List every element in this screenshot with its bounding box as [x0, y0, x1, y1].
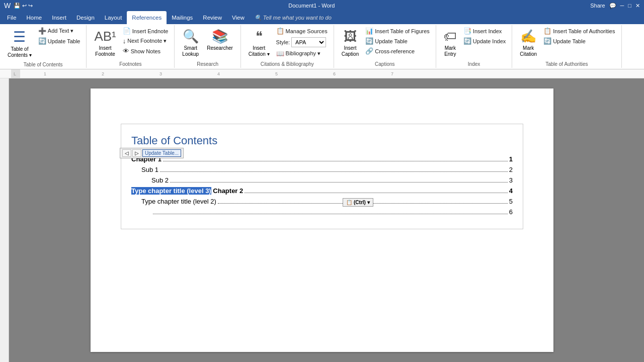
tab-references[interactable]: References	[127, 11, 167, 24]
next-footnote-button[interactable]: ↓ Next Footnote ▾	[121, 36, 171, 46]
mark-entry-button[interactable]: 🏷 MarkEntry	[440, 26, 460, 60]
update-index-button[interactable]: 🔄 Update Index	[461, 36, 508, 46]
quick-access: 💾 ↩ ↪	[14, 3, 33, 9]
toc-entry-sub1: Sub 1 2	[131, 166, 513, 173]
insert-index-label: Insert Index	[473, 28, 502, 34]
mark-citation-icon: ✍	[520, 29, 536, 44]
toc-label: Table ofContents ▾	[8, 46, 32, 58]
captions-group-label: Captions	[375, 61, 394, 67]
cross-reference-button[interactable]: 🔗 Cross-reference	[363, 46, 432, 56]
close-btn[interactable]: ✕	[635, 3, 640, 9]
footnote-label: InsertFootnote	[95, 45, 115, 57]
manage-sources-icon: 📋	[276, 27, 284, 35]
toc-group-content: ☰ Table ofContents ▾ ➕ Add Text ▾ 🔄 Upda…	[4, 26, 82, 61]
tab-tell-me[interactable]: 🔍 Tell me what you want to do	[250, 11, 337, 24]
mark-citation-button[interactable]: ✍ MarkCitation	[516, 26, 540, 60]
update-table-icon: 🔄	[38, 37, 46, 45]
title-bar-right: Share 💬 ─ □ ✕	[590, 3, 640, 9]
toc-title: Table of Contents	[131, 134, 513, 147]
toc-entry-sub2: Sub 2 3	[131, 176, 513, 184]
bibliography-button[interactable]: 📖 Bibliography ▾	[274, 49, 330, 58]
insert-auth-label: Insert Table of Authorities	[553, 28, 615, 34]
paste-label: (Ctrl)	[354, 200, 366, 205]
comment-icon[interactable]: 💬	[609, 3, 616, 9]
researcher-button[interactable]: 📚 Researcher	[203, 26, 236, 54]
tab-mailings[interactable]: Mailings	[167, 11, 198, 24]
ruler-inner: L 1 2 3 4 5 6 7	[11, 69, 642, 78]
update-cap-label: Update Table	[375, 38, 408, 44]
insert-table-figures-button[interactable]: 📊 Insert Table of Figures	[363, 26, 432, 36]
float-update-table-button[interactable]: Update Table...	[142, 149, 181, 157]
table-of-contents-button[interactable]: ☰ Table ofContents ▾	[4, 26, 35, 61]
toc-dots-4	[245, 193, 507, 193]
toc-page-5: 5	[509, 198, 513, 205]
caption-icon: 🖼	[344, 29, 357, 44]
tab-review[interactable]: Review	[198, 11, 227, 24]
insert-index-icon: 📑	[463, 27, 471, 35]
toc-entry-level3-empty: 6	[131, 208, 513, 216]
insert-caption-button[interactable]: 🖼 InsertCaption	[338, 26, 362, 60]
ribbon-tabs: File Home Insert Design Layout Reference…	[0, 11, 644, 24]
insert-citation-button[interactable]: ❝ InsertCitation ▾	[245, 26, 273, 60]
word-icon: W	[4, 2, 11, 10]
update-auth-label: Update Table	[553, 38, 586, 44]
float-prev-button[interactable]: ◁	[122, 149, 131, 157]
tab-insert[interactable]: Insert	[47, 11, 71, 24]
tab-layout[interactable]: Layout	[100, 11, 127, 24]
table-fig-icon: 📊	[365, 27, 373, 35]
researcher-label: Researcher	[207, 45, 233, 51]
update-table-cap-button[interactable]: 🔄 Update Table	[363, 36, 432, 46]
update-table-button[interactable]: 🔄 Update Table	[36, 36, 83, 46]
citation-icon: ❝	[256, 29, 263, 44]
captions-small-btns: 📊 Insert Table of Figures 🔄 Update Table…	[363, 26, 432, 56]
footnote-small-btns: 📄 Insert Endnote ↓ Next Footnote ▾ 👁 Sho…	[121, 26, 171, 56]
ribbon-group-index: 🏷 MarkEntry 📑 Insert Index 🔄 Update Inde…	[436, 25, 512, 68]
style-label: Style:	[276, 39, 290, 45]
tab-design[interactable]: Design	[71, 11, 100, 24]
toc-small-btns: ➕ Add Text ▾ 🔄 Update Table	[36, 26, 83, 46]
tab-file[interactable]: File	[2, 11, 22, 24]
ruler-mark: L	[14, 71, 16, 76]
add-text-icon: ➕	[38, 27, 46, 35]
maximize-btn[interactable]: □	[628, 3, 631, 9]
manage-sources-label: Manage Sources	[286, 28, 328, 34]
style-selector[interactable]: Style: APA MLA Chicago	[274, 36, 330, 48]
paste-icon: 📋	[346, 200, 352, 205]
smart-lookup-button[interactable]: 🔍 SmartLookup	[179, 26, 202, 60]
update-index-label: Update Index	[473, 38, 506, 44]
mark-entry-label: MarkEntry	[444, 45, 456, 57]
tab-view[interactable]: View	[227, 11, 250, 24]
next-fn-label: Next Footnote ▾	[127, 38, 167, 44]
smart-lookup-icon: 🔍	[183, 29, 199, 44]
toc-box: Table of Contents Chapter 1 1 Sub 1 2 Su…	[121, 124, 523, 229]
researcher-icon: 📚	[212, 29, 228, 44]
insert-footnote-button[interactable]: AB¹ InsertFootnote	[91, 26, 119, 60]
paste-dropdown[interactable]: ▾	[367, 200, 370, 205]
footnotes-group-label: Footnotes	[119, 61, 141, 67]
update-table-auth-button[interactable]: 🔄 Update Table	[541, 36, 617, 46]
insert-index-button[interactable]: 📑 Insert Index	[461, 26, 508, 36]
insert-auth-icon: 📋	[543, 27, 551, 35]
update-auth-icon: 🔄	[543, 37, 551, 45]
paste-popup[interactable]: 📋 (Ctrl) ▾	[343, 198, 373, 207]
ribbon-group-captions: 🖼 InsertCaption 📊 Insert Table of Figure…	[334, 25, 436, 68]
next-fn-icon: ↓	[123, 37, 126, 45]
manage-sources-button[interactable]: 📋 Manage Sources	[274, 26, 330, 36]
toc-entry-chapter1: Chapter 1 1	[131, 155, 513, 163]
minimize-btn[interactable]: ─	[620, 3, 624, 9]
toc-dots-3	[170, 182, 508, 183]
style-select[interactable]: APA MLA Chicago	[291, 37, 326, 47]
insert-endnote-button[interactable]: 📄 Insert Endnote	[121, 26, 171, 36]
float-next-button[interactable]: ▷	[132, 149, 141, 157]
bibliography-label: Bibliography ▾	[286, 50, 321, 57]
add-text-button[interactable]: ➕ Add Text ▾	[36, 26, 83, 36]
toc-dots-1	[163, 161, 508, 161]
research-group-label: Research	[197, 61, 218, 67]
toc-text-chapter2-prefix: Type chapter title (level 3)	[131, 187, 211, 195]
tab-home[interactable]: Home	[22, 11, 47, 24]
citations-group-label: Citations & Bibliography	[261, 61, 314, 67]
insert-table-auth-button[interactable]: 📋 Insert Table of Authorities	[541, 26, 617, 36]
ruler: L 1 2 3 4 5 6 7	[0, 69, 644, 78]
show-notes-button[interactable]: 👁 Show Notes	[121, 46, 171, 56]
share-button[interactable]: Share	[590, 3, 605, 9]
